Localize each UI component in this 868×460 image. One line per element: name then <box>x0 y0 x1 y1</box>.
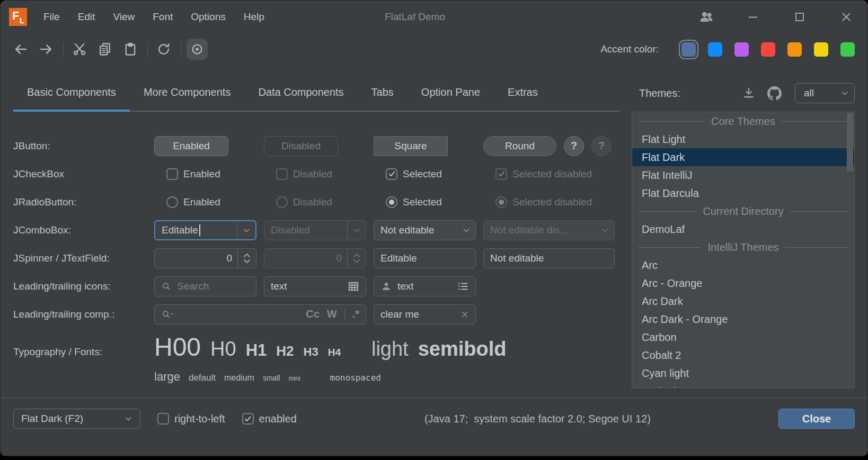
mini-sample: mini <box>289 375 300 382</box>
list-icon[interactable] <box>457 281 469 292</box>
help-button[interactable]: ? <box>564 136 584 156</box>
radio-label: Selected disabled <box>512 196 592 208</box>
tab-label: Data Components <box>258 86 343 98</box>
square-button[interactable]: Square <box>374 136 448 156</box>
spinner-disabled: 0 <box>264 248 366 268</box>
scrollbar-thumb[interactable] <box>847 113 853 172</box>
theme-item-arc-dark[interactable]: Arc Dark <box>632 292 854 310</box>
theme-filter-combobox[interactable]: all <box>795 83 855 103</box>
users-icon[interactable] <box>699 10 714 24</box>
accent-swatch-purple[interactable] <box>734 42 749 57</box>
tab-extras[interactable]: Extras <box>494 75 552 111</box>
accent-swatch-green[interactable] <box>840 42 855 57</box>
leading-trailing-comp-row: Leading/trailing comp.: Cc W .* clear me <box>13 300 621 328</box>
spinner-enabled[interactable]: 0 <box>154 248 256 268</box>
close-button[interactable]: Close <box>778 409 855 429</box>
text-input-table[interactable]: text <box>264 276 366 296</box>
enabled-button[interactable]: Enabled <box>154 136 228 156</box>
github-icon[interactable] <box>765 84 783 102</box>
theme-item-cobalt-2[interactable]: Cobalt 2 <box>632 346 854 364</box>
chevron-down-icon[interactable] <box>457 226 475 234</box>
theme-item-cyan-light[interactable]: Cyan light <box>632 364 854 382</box>
search-menu-icon[interactable] <box>161 309 175 320</box>
spinner-up-down-icon[interactable] <box>238 251 256 265</box>
accent-swatch-default[interactable] <box>681 42 696 57</box>
search-input[interactable]: Search <box>154 276 256 296</box>
accent-swatch-red[interactable] <box>761 42 775 57</box>
combobox-value: Disabled <box>264 224 347 236</box>
chevron-down-icon[interactable] <box>237 226 255 234</box>
regex-button[interactable]: .* <box>352 308 359 320</box>
copy-icon[interactable] <box>94 39 116 60</box>
theme-item-flat-darcula[interactable]: Flat Darcula <box>632 184 854 202</box>
round-button[interactable]: Round <box>483 136 556 156</box>
back-icon[interactable] <box>10 39 31 60</box>
menu-edit[interactable]: Edit <box>69 1 104 33</box>
theme-item-carbon[interactable]: Carbon <box>632 328 854 346</box>
theme-item-flat-dark[interactable]: Flat Dark <box>632 148 854 166</box>
table-icon[interactable] <box>348 281 359 292</box>
menu-file[interactable]: File <box>34 1 69 33</box>
spinner-value[interactable]: 0 <box>155 252 237 264</box>
accent-swatch-blue[interactable] <box>708 42 722 57</box>
menu-options[interactable]: Options <box>182 1 234 33</box>
accent-swatch-yellow[interactable] <box>814 42 828 57</box>
enabled-checkbox[interactable]: enabled <box>242 409 297 429</box>
theme-item-flat-light[interactable]: Flat Light <box>632 130 854 148</box>
radio-icon <box>166 196 178 208</box>
clearable-input[interactable]: clear me <box>374 304 476 324</box>
checkbox-icon <box>166 168 178 180</box>
menu-font[interactable]: Font <box>144 1 182 33</box>
text-input-user[interactable]: text <box>374 276 476 296</box>
accent-swatch-orange[interactable] <box>787 42 802 57</box>
tab-more-components[interactable]: More Components <box>130 75 245 111</box>
show-hidden-toggle-icon[interactable] <box>187 39 208 60</box>
match-case-button[interactable]: Cc <box>306 308 320 320</box>
whole-words-button[interactable]: W <box>327 308 337 320</box>
close-window-button[interactable] <box>839 10 854 24</box>
search-with-options-input[interactable]: Cc W .* <box>154 304 366 324</box>
typography-row: Typography / Fonts: H00 H0 H1 H2 H3 H4 l… <box>13 332 621 384</box>
theme-item-demolaf[interactable]: DemoLaf <box>632 220 854 238</box>
refresh-icon[interactable] <box>153 39 174 60</box>
theme-item-arc-orange[interactable]: Arc - Orange <box>632 274 854 292</box>
menu-view[interactable]: View <box>104 1 144 33</box>
checkmark-icon <box>495 168 507 180</box>
theme-item-flat-intellij[interactable]: Flat IntelliJ <box>632 166 854 184</box>
maximize-button[interactable] <box>792 10 807 24</box>
right-to-left-checkbox[interactable]: right-to-left <box>157 409 225 429</box>
user-icon <box>380 281 392 292</box>
tab-tabs[interactable]: Tabs <box>358 75 408 111</box>
option-separator <box>344 309 345 320</box>
checkbox-enabled[interactable]: Enabled <box>166 168 220 180</box>
tab-basic-components[interactable]: Basic Components <box>13 75 130 111</box>
theme-item-arc[interactable]: Arc <box>632 256 854 274</box>
jbutton-row: JButton: Enabled Disabled Square Round ?… <box>13 132 621 160</box>
radio-disabled: Disabled <box>276 196 332 208</box>
radio-label: Enabled <box>183 196 220 208</box>
menu-help[interactable]: Help <box>235 1 273 33</box>
radio-enabled[interactable]: Enabled <box>166 196 220 208</box>
forward-icon[interactable] <box>36 39 57 60</box>
radio-selected[interactable]: Selected <box>386 196 442 208</box>
minimize-button[interactable] <box>746 10 760 24</box>
tab-data-components[interactable]: Data Components <box>244 75 357 111</box>
textfield-editable[interactable]: Editable <box>374 248 476 268</box>
combobox-editable[interactable]: Editable <box>154 220 256 240</box>
theme-list-scrollbar[interactable] <box>847 113 853 386</box>
combobox-not-editable[interactable]: Not editable <box>374 220 476 240</box>
search-option-buttons: Cc W .* <box>298 308 359 320</box>
theme-item-arc-dark-orange[interactable]: Arc Dark - Orange <box>632 310 854 328</box>
titlebar: F L File Edit View Font Options Help Fla… <box>1 1 867 33</box>
laf-combobox[interactable]: Flat Dark (F2) <box>13 409 140 429</box>
cut-icon[interactable] <box>69 39 90 60</box>
checkbox-label: Enabled <box>183 168 220 180</box>
status-text: (Java 17; system scale factor 2.0; Segoe… <box>297 409 778 429</box>
theme-item-dark-flat[interactable]: Dark Flat <box>632 382 854 388</box>
download-icon[interactable] <box>740 84 758 102</box>
paste-icon[interactable] <box>120 39 141 60</box>
clear-icon[interactable] <box>460 310 469 319</box>
checkbox-selected[interactable]: Selected <box>386 168 442 180</box>
tab-option-pane[interactable]: Option Pane <box>408 75 494 111</box>
separator-label: Core Themes <box>705 115 782 128</box>
